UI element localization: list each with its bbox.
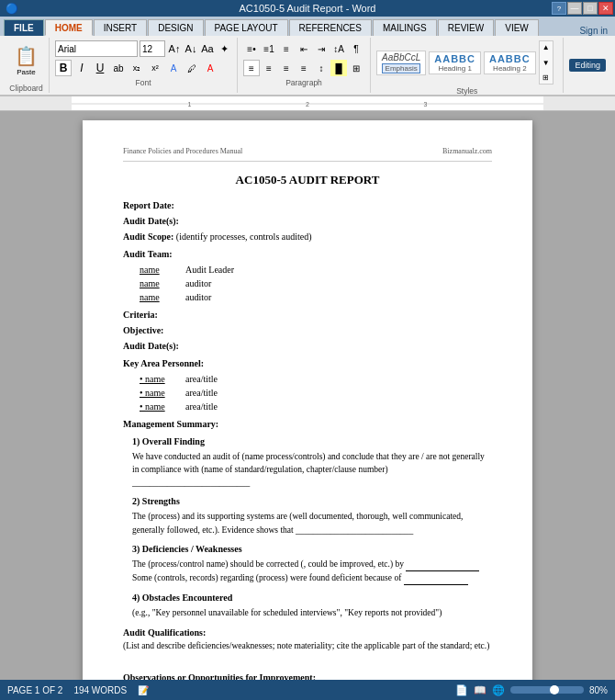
word-count: 194 WORDS [73, 685, 127, 695]
bullets-btn[interactable]: ≡• [243, 40, 260, 57]
heading2-label: Heading 2 [489, 64, 531, 73]
observations-section: Observations or Opportunities for Improv… [123, 671, 492, 680]
criteria-label: Criteria: [123, 310, 158, 320]
page-header: Finance Policies and Procedures Manual B… [123, 146, 492, 162]
svg-text:3: 3 [424, 101, 428, 107]
maximize-btn[interactable]: □ [583, 2, 598, 15]
section-4: 4) Obstacles Encountered (e.g., "Key per… [132, 591, 492, 619]
section-1-heading: 1) Overall Finding [132, 435, 492, 448]
style-aabbccl[interactable]: AaBbCcL Emphasis [376, 51, 426, 75]
paste-button[interactable]: 📋 Paste [10, 39, 43, 83]
editing-badge: Editing [569, 59, 606, 72]
window-icon: 🔵 [6, 3, 18, 15]
section-4-heading: 4) Obstacles Encountered [132, 591, 492, 604]
report-date-label: Report Date: [123, 200, 174, 210]
font-size-input[interactable] [140, 40, 165, 57]
title-bar: 🔵 AC1050-5 Audit Report - Word ? — □ ✕ [0, 0, 615, 17]
section-3-body: The (process/control name) should be cor… [132, 558, 492, 586]
minimize-btn[interactable]: — [567, 2, 582, 15]
header-left: Finance Policies and Procedures Manual [123, 146, 242, 157]
strikethrough-btn[interactable]: ab [110, 60, 127, 76]
zoom-level: 80% [589, 685, 608, 695]
numbering-btn[interactable]: ≡1 [261, 40, 277, 57]
mgmt-summary-label: Management Summary: [123, 417, 492, 431]
team-name-1: name [140, 277, 167, 290]
superscript-btn[interactable]: x² [147, 60, 163, 76]
help-btn[interactable]: ? [552, 2, 566, 15]
paste-label: Paste [17, 68, 35, 76]
align-center-btn[interactable]: ≡ [261, 60, 277, 76]
team-row-0: name Audit Leader [140, 263, 492, 277]
close-btn[interactable]: ✕ [598, 2, 613, 15]
team-name-2: name [140, 290, 167, 304]
font-color-btn[interactable]: A [202, 60, 218, 76]
align-right-btn[interactable]: ≡ [278, 60, 295, 76]
section-2-heading: 2) Strengths [132, 494, 492, 508]
sort-btn[interactable]: ↕A [330, 40, 347, 57]
justify-btn[interactable]: ≡ [296, 60, 312, 76]
section-4-body: (e.g., "Key personnel unavailable for sc… [132, 606, 492, 619]
underline-button[interactable]: U [92, 60, 108, 76]
audit-team-label: Audit Team: [123, 247, 492, 261]
italic-button[interactable]: I [73, 60, 90, 76]
shading-btn[interactable]: █ [330, 60, 347, 76]
clear-format-btn[interactable]: ✦ [217, 41, 231, 56]
highlight-btn[interactable]: 🖊 [184, 60, 200, 76]
signin-link[interactable]: Sign in [576, 26, 611, 36]
styles-group: AaBbCcL Emphasis AABBC Heading 1 AABBC H… [371, 38, 564, 93]
team-role-0: Audit Leader [185, 263, 234, 277]
audit-team-list: name Audit Leader name auditor name audi… [140, 263, 492, 304]
grow-btn[interactable]: A↑ [167, 41, 182, 56]
bold-button[interactable]: B [55, 60, 72, 76]
status-right: 📄 📖 🌐 80% [455, 684, 608, 696]
observations-title: Observations or Opportunities for Improv… [123, 671, 492, 680]
zoom-slider[interactable] [510, 686, 584, 694]
personnel-row-0: • name area/title [140, 372, 492, 386]
team-role-2: auditor [185, 290, 211, 304]
document-area: Finance Policies and Procedures Manual B… [0, 111, 615, 680]
tab-file[interactable]: FILE [4, 19, 44, 36]
multilevel-btn[interactable]: ≡ [278, 40, 295, 57]
track-changes-icon[interactable]: 📝 [138, 685, 149, 695]
show-hide-btn[interactable]: ¶ [348, 40, 364, 57]
decrease-indent-btn[interactable]: ⇤ [296, 40, 312, 57]
section-3-heading: 3) Deficiencies / Weaknesses [132, 542, 492, 556]
paste-icon: 📋 [15, 45, 38, 67]
line-spacing-btn[interactable]: ↕ [313, 60, 330, 76]
style-heading2[interactable]: AABBC Heading 2 [484, 51, 536, 74]
paragraph-label: Paragraph [243, 78, 364, 87]
tab-insert[interactable]: INSERT [94, 19, 148, 36]
paragraph-group: ≡• ≡1 ≡ ⇤ ⇥ ↕A ¶ ≡ ≡ ≡ ≡ ↕ █ ⊞ Paragraph [238, 38, 371, 93]
text-effects-btn[interactable]: A [165, 60, 182, 76]
increase-indent-btn[interactable]: ⇥ [313, 40, 330, 57]
audit-dates2-row: Audit Date(s): [123, 339, 492, 353]
view-print-btn[interactable]: 📄 [455, 684, 468, 696]
svg-text:2: 2 [306, 101, 309, 107]
status-left: PAGE 1 OF 2 194 WORDS 📝 [7, 685, 149, 695]
subscript-btn[interactable]: x₂ [129, 60, 145, 76]
tab-mailings[interactable]: MAILINGS [373, 19, 437, 36]
team-row-2: name auditor [140, 290, 492, 304]
ribbon-content: 📋 Paste Clipboard A↑ A↓ Aa ✦ B I U ab x₂… [0, 36, 615, 96]
tab-page-layout[interactable]: PAGE LAYOUT [205, 19, 288, 36]
audit-scope-label: Audit Scope: [123, 231, 173, 242]
view-read-btn[interactable]: 📖 [474, 684, 486, 696]
tab-design[interactable]: DESIGN [148, 19, 203, 36]
audit-qualifications: Audit Qualifications: (List and describe… [123, 626, 492, 652]
ribbon-tab-bar: FILE HOME INSERT DESIGN PAGE LAYOUT REFE… [0, 17, 615, 36]
tab-home[interactable]: HOME [45, 19, 93, 36]
style-heading1[interactable]: AABBC Heading 1 [429, 51, 481, 74]
align-left-btn[interactable]: ≡ [243, 60, 260, 76]
page-count: PAGE 1 OF 2 [7, 685, 62, 695]
borders-btn[interactable]: ⊞ [348, 60, 364, 76]
change-case-btn[interactable]: Aa [200, 41, 215, 56]
tab-review[interactable]: REVIEW [438, 19, 494, 36]
shrink-btn[interactable]: A↓ [184, 41, 198, 56]
font-name-input[interactable] [55, 40, 138, 57]
view-web-btn[interactable]: 🌐 [492, 684, 505, 696]
tab-references[interactable]: REFERENCES [289, 19, 372, 36]
team-role-1: auditor [185, 277, 211, 290]
font-label: Font [55, 78, 231, 87]
styles-scroll-btn[interactable]: ▲▼⊞ [539, 40, 554, 85]
tab-view[interactable]: VIEW [495, 19, 539, 36]
